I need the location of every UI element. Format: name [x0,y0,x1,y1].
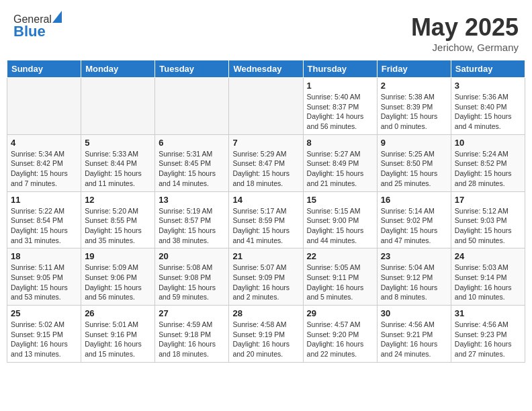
weekday-header-thursday: Thursday [303,60,377,78]
weekday-header-monday: Monday [81,60,155,78]
day-number: 22 [307,251,373,261]
calendar-cell: 28Sunrise: 4:58 AM Sunset: 9:19 PM Dayli… [229,306,303,363]
calendar-cell [7,78,81,135]
day-info: Sunrise: 5:04 AM Sunset: 9:12 PM Dayligh… [381,263,447,302]
calendar-cell: 2Sunrise: 5:38 AM Sunset: 8:39 PM Daylig… [377,78,451,135]
calendar-cell: 27Sunrise: 4:59 AM Sunset: 9:18 PM Dayli… [155,306,229,363]
calendar-cell: 8Sunrise: 5:27 AM Sunset: 8:49 PM Daylig… [303,134,377,191]
calendar-cell: 24Sunrise: 5:03 AM Sunset: 9:14 PM Dayli… [451,248,525,306]
weekday-header-row: SundayMondayTuesdayWednesdayThursdayFrid… [7,60,525,78]
day-info: Sunrise: 5:14 AM Sunset: 9:02 PM Dayligh… [381,206,447,246]
calendar-cell: 9Sunrise: 5:25 AM Sunset: 8:50 PM Daylig… [377,134,451,191]
day-info: Sunrise: 4:58 AM Sunset: 9:19 PM Dayligh… [232,320,299,359]
day-info: Sunrise: 4:56 AM Sunset: 9:21 PM Dayligh… [381,320,447,359]
day-info: Sunrise: 5:07 AM Sunset: 9:09 PM Dayligh… [232,263,299,302]
day-info: Sunrise: 5:40 AM Sunset: 8:37 PM Dayligh… [307,92,373,132]
week-row-4: 18Sunrise: 5:11 AM Sunset: 9:05 PM Dayli… [7,248,525,306]
day-info: Sunrise: 4:57 AM Sunset: 9:20 PM Dayligh… [307,320,373,359]
day-number: 18 [11,251,77,261]
calendar-cell: 31Sunrise: 4:56 AM Sunset: 9:23 PM Dayli… [451,306,525,363]
day-number: 31 [455,308,521,318]
day-info: Sunrise: 5:17 AM Sunset: 8:59 PM Dayligh… [232,206,299,246]
day-info: Sunrise: 5:27 AM Sunset: 8:49 PM Dayligh… [307,149,373,189]
calendar-cell: 22Sunrise: 5:05 AM Sunset: 9:11 PM Dayli… [303,248,377,306]
day-number: 10 [455,138,521,148]
calendar-cell: 15Sunrise: 5:15 AM Sunset: 9:00 PM Dayli… [303,191,377,248]
weekday-header-friday: Friday [377,60,451,78]
day-number: 7 [232,138,299,148]
day-info: Sunrise: 5:11 AM Sunset: 9:05 PM Dayligh… [11,263,77,302]
day-number: 14 [232,195,299,205]
day-info: Sunrise: 5:38 AM Sunset: 8:39 PM Dayligh… [381,92,447,132]
day-number: 24 [455,251,521,261]
day-number: 19 [85,251,151,261]
day-info: Sunrise: 5:25 AM Sunset: 8:50 PM Dayligh… [381,149,447,189]
day-number: 28 [232,308,299,318]
calendar-table: SundayMondayTuesdayWednesdayThursdayFrid… [7,60,525,363]
calendar-cell [81,78,155,135]
day-info: Sunrise: 5:02 AM Sunset: 9:15 PM Dayligh… [11,320,77,359]
day-info: Sunrise: 4:59 AM Sunset: 9:18 PM Dayligh… [159,320,225,359]
day-number: 21 [232,251,299,261]
day-number: 29 [307,308,373,318]
day-number: 27 [159,308,225,318]
day-number: 12 [85,195,151,205]
day-info: Sunrise: 5:03 AM Sunset: 9:14 PM Dayligh… [455,263,521,302]
day-info: Sunrise: 5:15 AM Sunset: 9:00 PM Dayligh… [307,206,373,246]
calendar-cell: 7Sunrise: 5:29 AM Sunset: 8:47 PM Daylig… [229,134,303,191]
day-number: 16 [381,195,447,205]
logo-blue: Blue [13,23,62,40]
logo-triangle-icon [52,11,62,23]
calendar-cell: 11Sunrise: 5:22 AM Sunset: 8:54 PM Dayli… [7,191,81,248]
day-info: Sunrise: 5:01 AM Sunset: 9:16 PM Dayligh… [85,320,151,359]
day-number: 23 [381,251,447,261]
calendar-cell: 3Sunrise: 5:36 AM Sunset: 8:40 PM Daylig… [451,78,525,135]
weekday-header-sunday: Sunday [7,60,81,78]
day-info: Sunrise: 5:08 AM Sunset: 9:08 PM Dayligh… [159,263,225,302]
logo: General Blue [13,13,62,40]
calendar-cell [229,78,303,135]
calendar-cell: 12Sunrise: 5:20 AM Sunset: 8:55 PM Dayli… [81,191,155,248]
calendar-cell: 30Sunrise: 4:56 AM Sunset: 9:21 PM Dayli… [377,306,451,363]
calendar-cell: 18Sunrise: 5:11 AM Sunset: 9:05 PM Dayli… [7,248,81,306]
day-info: Sunrise: 5:24 AM Sunset: 8:52 PM Dayligh… [455,149,521,189]
week-row-1: 1Sunrise: 5:40 AM Sunset: 8:37 PM Daylig… [7,78,525,135]
day-info: Sunrise: 4:56 AM Sunset: 9:23 PM Dayligh… [455,320,521,359]
calendar-cell: 16Sunrise: 5:14 AM Sunset: 9:02 PM Dayli… [377,191,451,248]
day-number: 8 [307,138,373,148]
calendar-cell: 13Sunrise: 5:19 AM Sunset: 8:57 PM Dayli… [155,191,229,248]
day-number: 13 [159,195,225,205]
day-info: Sunrise: 5:36 AM Sunset: 8:40 PM Dayligh… [455,92,521,132]
calendar-cell: 14Sunrise: 5:17 AM Sunset: 8:59 PM Dayli… [229,191,303,248]
day-number: 17 [455,195,521,205]
calendar-cell: 23Sunrise: 5:04 AM Sunset: 9:12 PM Dayli… [377,248,451,306]
week-row-2: 4Sunrise: 5:34 AM Sunset: 8:42 PM Daylig… [7,134,525,191]
page-header: General Blue May 2025 Jerichow, Germany [7,7,525,56]
day-number: 11 [11,195,77,205]
day-number: 9 [381,138,447,148]
day-info: Sunrise: 5:09 AM Sunset: 9:06 PM Dayligh… [85,263,151,302]
day-info: Sunrise: 5:34 AM Sunset: 8:42 PM Dayligh… [11,149,77,189]
day-number: 26 [85,308,151,318]
month-title: May 2025 [411,13,519,42]
calendar-cell: 4Sunrise: 5:34 AM Sunset: 8:42 PM Daylig… [7,134,81,191]
week-row-5: 25Sunrise: 5:02 AM Sunset: 9:15 PM Dayli… [7,306,525,363]
calendar-cell: 6Sunrise: 5:31 AM Sunset: 8:45 PM Daylig… [155,134,229,191]
day-info: Sunrise: 5:12 AM Sunset: 9:03 PM Dayligh… [455,206,521,246]
day-info: Sunrise: 5:33 AM Sunset: 8:44 PM Dayligh… [85,149,151,189]
week-row-3: 11Sunrise: 5:22 AM Sunset: 8:54 PM Dayli… [7,191,525,248]
day-info: Sunrise: 5:20 AM Sunset: 8:55 PM Dayligh… [85,206,151,246]
weekday-header-wednesday: Wednesday [229,60,303,78]
calendar-cell: 25Sunrise: 5:02 AM Sunset: 9:15 PM Dayli… [7,306,81,363]
day-info: Sunrise: 5:05 AM Sunset: 9:11 PM Dayligh… [307,263,373,302]
calendar-cell: 20Sunrise: 5:08 AM Sunset: 9:08 PM Dayli… [155,248,229,306]
title-block: May 2025 Jerichow, Germany [411,13,519,53]
day-number: 6 [159,138,225,148]
calendar-cell: 21Sunrise: 5:07 AM Sunset: 9:09 PM Dayli… [229,248,303,306]
calendar-cell: 17Sunrise: 5:12 AM Sunset: 9:03 PM Dayli… [451,191,525,248]
day-number: 4 [11,138,77,148]
weekday-header-saturday: Saturday [451,60,525,78]
calendar-cell: 1Sunrise: 5:40 AM Sunset: 8:37 PM Daylig… [303,78,377,135]
day-number: 3 [455,81,521,91]
calendar-cell [155,78,229,135]
